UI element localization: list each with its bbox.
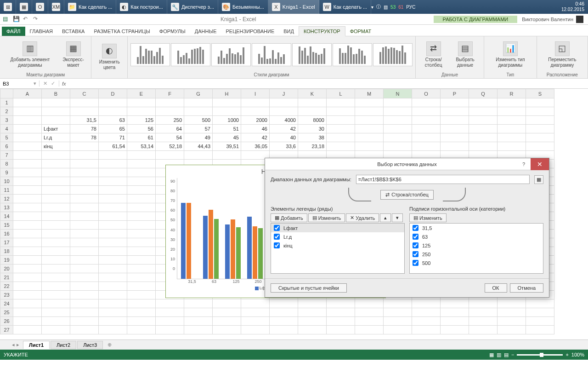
cell[interactable] — [355, 308, 384, 317]
cell[interactable] — [327, 326, 355, 334]
cell[interactable] — [355, 125, 384, 133]
cell[interactable]: 23,18 — [298, 142, 327, 151]
series-listbox[interactable]: LфактLг.дкінц — [271, 223, 405, 274]
cell[interactable]: 36,05 — [241, 142, 270, 151]
row-header[interactable]: 15 — [0, 221, 13, 230]
cell[interactable]: 52,18 — [156, 142, 184, 151]
add-series-button[interactable]: ▦Добавить — [271, 213, 307, 222]
ribbon-tab[interactable]: ВИД — [279, 27, 299, 36]
cell[interactable] — [70, 142, 99, 151]
cell[interactable] — [412, 107, 441, 116]
cell[interactable] — [99, 299, 127, 308]
cell[interactable] — [99, 221, 127, 230]
cell[interactable]: 65 — [99, 125, 127, 133]
ok-button[interactable]: ОК — [485, 283, 507, 293]
column-header[interactable]: N — [384, 89, 412, 98]
cell[interactable] — [355, 142, 384, 151]
cell[interactable] — [99, 98, 127, 107]
enter-icon[interactable]: ✓ — [51, 80, 55, 86]
cell[interactable] — [270, 299, 298, 308]
column-header[interactable]: K — [298, 89, 327, 98]
cell[interactable] — [469, 125, 498, 133]
cell[interactable] — [469, 326, 498, 334]
categories-listbox[interactable]: 31,563125250500 — [409, 223, 543, 274]
cell[interactable] — [526, 98, 554, 107]
cell[interactable] — [384, 326, 412, 334]
view-break-icon[interactable]: ▤ — [504, 352, 509, 358]
series-checkbox[interactable] — [274, 242, 280, 248]
cell[interactable]: 64 — [156, 125, 184, 133]
cell[interactable] — [327, 299, 355, 308]
cell[interactable] — [99, 282, 127, 291]
cell[interactable] — [13, 107, 42, 116]
cell[interactable] — [412, 299, 441, 308]
move-chart-button[interactable]: ◱Переместить диаграмму — [540, 40, 585, 69]
cell[interactable] — [99, 230, 127, 238]
cell[interactable] — [70, 168, 99, 177]
cell[interactable] — [412, 317, 441, 326]
ribbon-tab[interactable]: ФОРМУЛЫ — [155, 27, 190, 36]
cell[interactable] — [526, 299, 554, 308]
chart-bar[interactable] — [236, 227, 241, 279]
cell[interactable] — [13, 195, 42, 203]
remove-series-button[interactable]: ✕Удалить — [346, 213, 379, 222]
zoom-level[interactable]: 100% — [571, 352, 584, 357]
cell[interactable] — [127, 264, 156, 273]
zoom-in-icon[interactable]: + — [565, 352, 568, 357]
cell[interactable] — [70, 186, 99, 195]
category-checkbox[interactable] — [413, 260, 418, 266]
sheet-tab[interactable]: Лист1 — [23, 341, 50, 349]
column-header[interactable]: I — [241, 89, 270, 98]
range-picker-icon[interactable]: ▦ — [534, 175, 543, 184]
row-header[interactable]: 3 — [0, 116, 13, 125]
ribbon-tool-tab[interactable]: ФОРМАТ — [345, 27, 376, 36]
cell[interactable] — [13, 142, 42, 151]
file-tab[interactable]: ФАЙЛ — [2, 27, 25, 36]
cell[interactable] — [127, 107, 156, 116]
switch-row-col-button[interactable]: ⇄Строка/столбец — [418, 40, 448, 69]
cell[interactable]: 56 — [127, 125, 156, 133]
cell[interactable] — [42, 186, 70, 195]
select-all-cell[interactable] — [0, 89, 13, 98]
cell[interactable] — [441, 107, 469, 116]
ribbon-tab[interactable]: РАЗМЕТКА СТРАНИЦЫ — [89, 27, 154, 36]
cell[interactable] — [355, 299, 384, 308]
cell[interactable] — [127, 168, 156, 177]
cancel-button[interactable]: Отмена — [510, 283, 543, 293]
chart-style-thumb[interactable] — [333, 43, 372, 66]
cell[interactable] — [241, 299, 270, 308]
help-button[interactable]: ? — [518, 158, 530, 170]
cell[interactable]: 125 — [127, 116, 156, 125]
column-header[interactable]: Q — [469, 89, 498, 98]
cell[interactable] — [184, 151, 213, 160]
cell[interactable] — [156, 326, 184, 334]
cell[interactable]: 33,6 — [270, 142, 298, 151]
cell[interactable] — [213, 317, 241, 326]
cell[interactable] — [70, 107, 99, 116]
cell[interactable] — [469, 299, 498, 308]
cell[interactable] — [127, 273, 156, 282]
column-header[interactable]: B — [42, 89, 70, 98]
cell[interactable] — [13, 160, 42, 168]
cell[interactable] — [99, 247, 127, 256]
row-header[interactable]: 8 — [0, 160, 13, 168]
cell[interactable] — [70, 308, 99, 317]
cell[interactable] — [298, 107, 327, 116]
row-header[interactable]: 5 — [0, 133, 13, 142]
cell[interactable] — [526, 326, 554, 334]
cell[interactable] — [355, 116, 384, 125]
zoom-out-icon[interactable]: − — [511, 352, 514, 357]
cell[interactable] — [42, 151, 70, 160]
cell[interactable] — [13, 282, 42, 291]
cell[interactable]: 31,5 — [70, 116, 99, 125]
chart-bar[interactable] — [247, 217, 252, 279]
chart-bar[interactable] — [203, 216, 208, 279]
cell[interactable] — [241, 317, 270, 326]
cell[interactable] — [498, 98, 526, 107]
cell[interactable] — [127, 98, 156, 107]
cell[interactable] — [270, 317, 298, 326]
cell[interactable] — [70, 221, 99, 230]
chart-style-thumb[interactable] — [211, 43, 251, 66]
cell[interactable] — [13, 177, 42, 186]
cell[interactable] — [13, 247, 42, 256]
